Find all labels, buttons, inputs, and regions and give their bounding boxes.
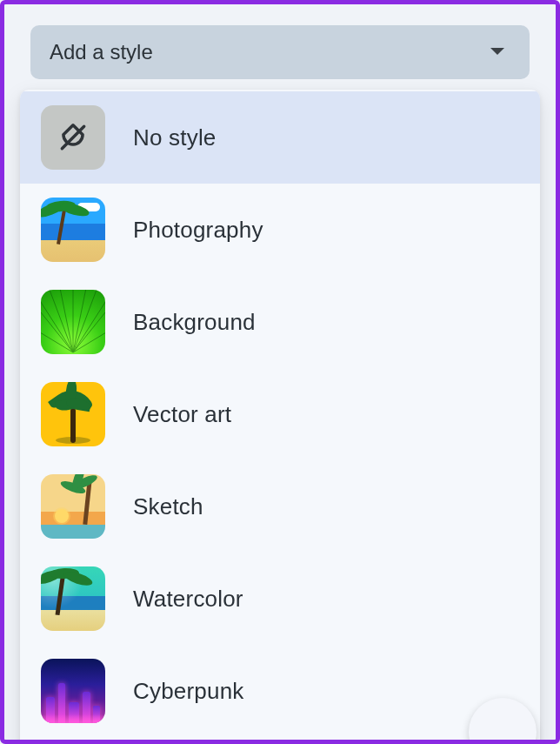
svg-line-8 [41,312,73,352]
svg-line-4 [41,297,73,352]
cyberpunk-thumbnail [41,659,105,723]
style-select-trigger[interactable]: Add a style [30,25,530,79]
vector-art-thumbnail [41,382,105,446]
style-option-watercolor[interactable]: Watercolor [20,553,540,645]
style-option-label: Sketch [133,493,203,520]
style-option-sketch[interactable]: Sketch [20,460,540,553]
no-style-icon [41,105,105,170]
style-option-label: Vector art [133,401,231,428]
svg-line-9 [73,312,105,352]
next-style-thumbnail [41,741,105,744]
svg-line-10 [41,330,73,352]
style-dropdown-panel: No style Photography Background [20,90,540,744]
style-option-background[interactable]: Background [20,276,540,368]
style-option-label: Watercolor [133,586,243,613]
style-option-photography[interactable]: Photography [20,184,540,276]
style-select-label: Add a style [50,40,153,64]
background-thumbnail [41,290,105,354]
chevron-down-icon [490,44,505,60]
style-option-vector-art[interactable]: Vector art [20,368,540,460]
photography-thumbnail [41,198,105,262]
style-option-cyberpunk[interactable]: Cyberpunk [20,645,540,737]
style-option-no-style[interactable]: No style [20,91,540,184]
style-option-label: No style [133,124,217,151]
svg-line-11 [73,330,105,352]
svg-line-5 [73,297,105,352]
watercolor-thumbnail [41,566,105,631]
style-option-label: Cyberpunk [133,678,244,705]
style-option-next-peek[interactable] [20,737,540,744]
sketch-thumbnail [41,474,105,539]
style-option-label: Background [133,309,256,336]
style-option-label: Photography [133,217,263,244]
